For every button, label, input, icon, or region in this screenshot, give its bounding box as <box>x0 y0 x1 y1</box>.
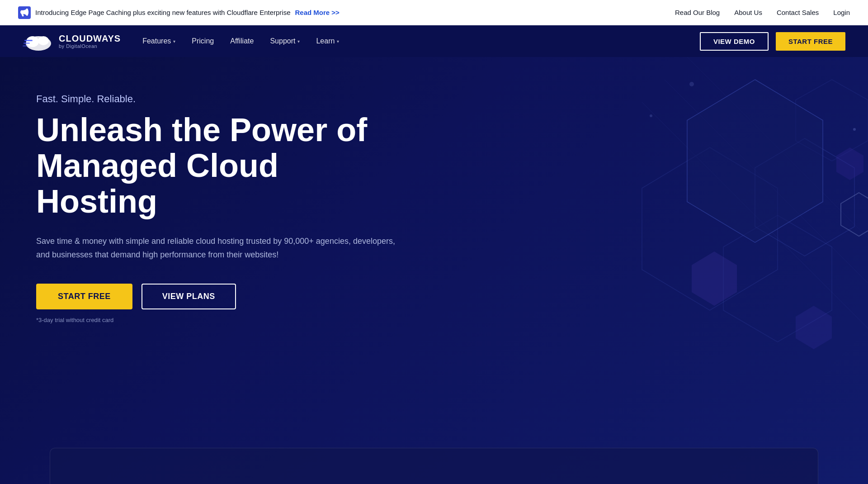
features-chevron-icon: ▾ <box>173 39 175 44</box>
support-nav-link[interactable]: Support ▾ <box>270 37 300 45</box>
start-free-hero-button[interactable]: START FREE <box>36 284 132 309</box>
logo-main-text: CLOUDWAYS <box>59 33 121 43</box>
top-bar-right: Read Our Blog About Us Contact Sales Log… <box>675 9 850 16</box>
svg-marker-16 <box>836 147 863 180</box>
trial-text: *3-day trial without credit card <box>36 317 398 323</box>
contact-sales-link[interactable]: Contact Sales <box>777 9 819 16</box>
svg-line-11 <box>642 102 868 328</box>
svg-marker-9 <box>723 215 832 342</box>
hero-description: Save time & money with simple and reliab… <box>36 234 398 262</box>
read-our-blog-link[interactable]: Read Our Blog <box>675 9 720 16</box>
svg-marker-14 <box>692 251 737 306</box>
svg-marker-22 <box>687 80 823 242</box>
svg-marker-8 <box>642 147 778 310</box>
start-free-nav-button[interactable]: START FREE <box>776 32 845 51</box>
support-chevron-icon: ▾ <box>297 39 300 44</box>
bottom-card-hint <box>50 448 818 484</box>
svg-point-18 <box>853 128 856 131</box>
announcement-text: Introducing Edge Page Caching plus excit… <box>35 9 291 16</box>
nav-left: CLOUDWAYS by DigitalOcean Features ▾ Pri… <box>23 31 339 52</box>
svg-rect-4 <box>24 43 30 44</box>
hero-tagline: Fast. Simple. Reliable. <box>36 93 398 105</box>
view-plans-button[interactable]: VIEW PLANS <box>142 284 236 309</box>
hex-background-svg <box>461 57 868 464</box>
svg-marker-6 <box>687 80 823 242</box>
view-demo-button[interactable]: VIEW DEMO <box>700 32 769 51</box>
pricing-nav-link[interactable]: Pricing <box>192 37 214 45</box>
logo-sub-text: by DigitalOcean <box>59 43 121 49</box>
logo-text: CLOUDWAYS by DigitalOcean <box>59 33 121 49</box>
svg-rect-5 <box>23 45 27 47</box>
affiliate-nav-link[interactable]: Affiliate <box>230 37 254 45</box>
learn-chevron-icon: ▾ <box>337 39 339 44</box>
hero-content: Fast. Simple. Reliable. Unleash the Powe… <box>0 57 434 323</box>
logo[interactable]: CLOUDWAYS by DigitalOcean <box>23 31 121 52</box>
top-bar-left: Introducing Edge Page Caching plus excit… <box>18 6 340 19</box>
nav-links: Features ▾ Pricing Affiliate Support ▾ L… <box>142 37 339 45</box>
nav-right: VIEW DEMO START FREE <box>700 32 845 51</box>
svg-line-12 <box>665 80 868 283</box>
svg-point-21 <box>689 82 694 86</box>
svg-marker-23 <box>841 193 868 236</box>
hero-buttons: START FREE VIEW PLANS <box>36 284 398 309</box>
svg-point-2 <box>38 36 49 45</box>
megaphone-icon <box>18 6 31 19</box>
svg-point-1 <box>26 36 39 47</box>
svg-line-13 <box>687 57 868 238</box>
svg-marker-10 <box>796 80 868 161</box>
logo-icon <box>23 31 54 52</box>
hero-title: Unleash the Power of Managed Cloud Hosti… <box>36 112 398 220</box>
about-us-link[interactable]: About Us <box>734 9 762 16</box>
features-nav-link[interactable]: Features ▾ <box>142 37 175 45</box>
svg-rect-3 <box>24 40 33 41</box>
svg-marker-15 <box>796 306 832 349</box>
svg-point-20 <box>650 114 652 117</box>
login-link[interactable]: Login <box>833 9 850 16</box>
hero-section: Fast. Simple. Reliable. Unleash the Powe… <box>0 57 868 484</box>
learn-nav-link[interactable]: Learn ▾ <box>316 37 339 45</box>
read-more-link[interactable]: Read More >> <box>295 9 340 16</box>
main-nav: CLOUDWAYS by DigitalOcean Features ▾ Pri… <box>0 25 868 57</box>
svg-marker-7 <box>755 138 854 256</box>
top-bar: Introducing Edge Page Caching plus excit… <box>0 0 868 25</box>
